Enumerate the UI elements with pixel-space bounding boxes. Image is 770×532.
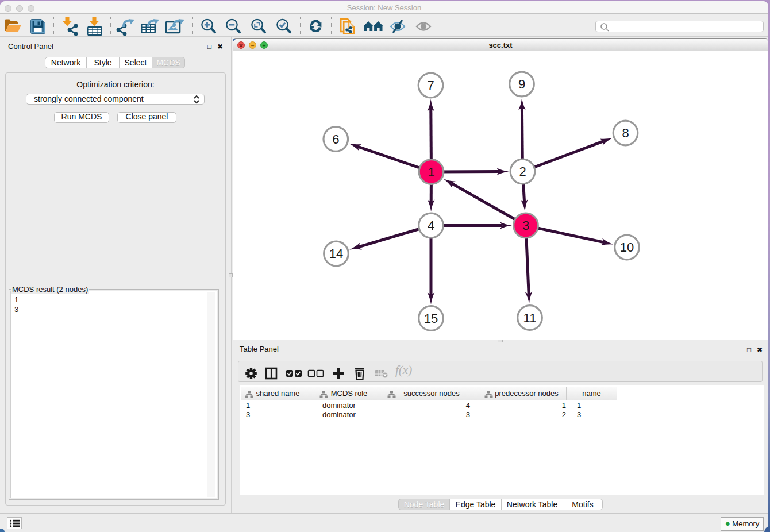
svg-text:9: 9: [518, 77, 525, 91]
svg-text:1: 1: [428, 165, 434, 179]
svg-text:3: 3: [522, 218, 529, 233]
svg-text:14: 14: [329, 246, 343, 261]
svg-text:11: 11: [523, 311, 537, 325]
svg-text:8: 8: [622, 126, 629, 140]
svg-text:7: 7: [427, 78, 434, 92]
svg-text:15: 15: [424, 311, 438, 326]
svg-text:6: 6: [332, 132, 339, 147]
svg-text:4: 4: [428, 218, 434, 233]
svg-text:2: 2: [519, 164, 526, 179]
svg-text:10: 10: [620, 240, 634, 255]
